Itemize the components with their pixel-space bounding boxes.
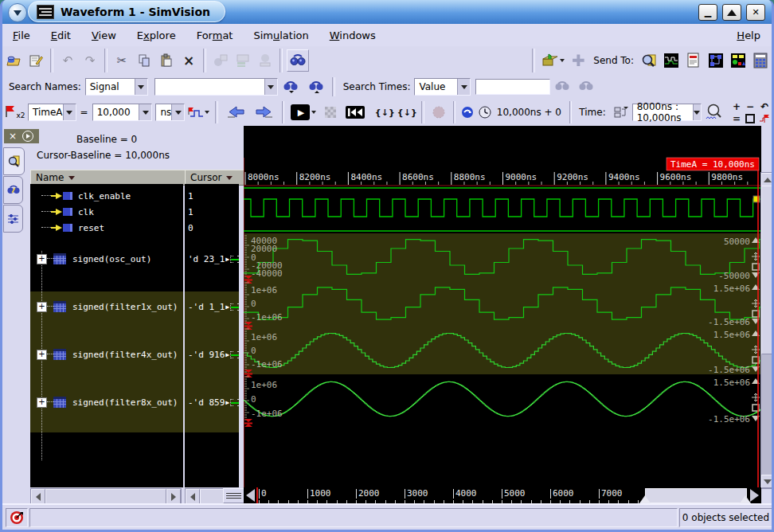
vscroll-thumb[interactable]: [761, 186, 773, 354]
undo-button[interactable]: ↶: [57, 50, 78, 71]
overview-range-thumb[interactable]: [645, 488, 747, 503]
name-column-header[interactable]: Name: [30, 170, 188, 186]
cursor-time-combo[interactable]: 10,000: [92, 104, 153, 121]
search-names-combo[interactable]: [154, 78, 278, 96]
pause-button[interactable]: [320, 102, 341, 123]
expand-button[interactable]: +: [37, 397, 47, 408]
cursor-column-header[interactable]: Cursor: [185, 170, 244, 186]
close-button[interactable]: ✕: [746, 4, 765, 21]
send-to-source-button[interactable]: [683, 50, 704, 71]
search-names-next-button[interactable]: [304, 76, 328, 97]
target-indicator[interactable]: [6, 508, 28, 527]
cut-button[interactable]: ✂: [111, 50, 132, 71]
group-signals-button[interactable]: [233, 50, 253, 71]
stop-button[interactable]: [428, 102, 449, 123]
minimize-button[interactable]: ▁: [698, 4, 717, 21]
send-to-browser-button[interactable]: [639, 50, 659, 71]
scroll-right-button[interactable]: [166, 489, 181, 504]
add-window-button[interactable]: ✚: [568, 50, 588, 71]
name-list-hscrollbar[interactable]: [30, 488, 182, 503]
delete-button[interactable]: ×: [178, 50, 199, 71]
menu-edit[interactable]: Edit: [41, 26, 81, 45]
time-range-combo[interactable]: 8000ns : 10,000ns: [632, 104, 702, 121]
zoom-tool-button[interactable]: [702, 102, 726, 123]
hscroll-thumb[interactable]: [45, 489, 166, 504]
signal-row-signed(osc_out)[interactable]: +signed(osc_out): [30, 251, 183, 267]
time-unit-select[interactable]: ns: [155, 104, 185, 121]
expand-button[interactable]: +: [37, 302, 47, 312]
range-handle-right[interactable]: [740, 495, 751, 503]
zoom-area-button[interactable]: [744, 113, 756, 124]
zoom-cursor-button[interactable]: [757, 113, 772, 124]
search-toggle-button[interactable]: [287, 49, 309, 72]
send-to-calculator-button[interactable]: [750, 50, 771, 71]
waveform-vscrollbar[interactable]: [760, 172, 774, 489]
search-names-mode-select[interactable]: Signal: [85, 78, 148, 96]
search-times-next-button[interactable]: [575, 76, 597, 97]
sidetab-browser[interactable]: [3, 147, 25, 175]
sidetab-search[interactable]: [3, 176, 23, 204]
send-to-waveform-button[interactable]: [661, 50, 682, 71]
range-link-button[interactable]: [611, 102, 631, 123]
maximize-button[interactable]: [722, 4, 741, 21]
signal-row-clk[interactable]: clk: [30, 204, 183, 220]
menu-windows[interactable]: Windows: [319, 26, 386, 45]
menu-format[interactable]: Format: [186, 26, 244, 45]
menu-file[interactable]: File: [2, 26, 41, 45]
scroll-left-button[interactable]: [186, 489, 200, 504]
send-to-register-button[interactable]: [728, 50, 749, 71]
cursor-select[interactable]: TimeA: [28, 104, 76, 121]
signal-row-signed(filter4x_out)[interactable]: +signed(filter4x_out): [30, 346, 183, 362]
search-times-input[interactable]: [475, 79, 550, 95]
copy-button[interactable]: [134, 50, 154, 71]
workspace-button[interactable]: [539, 50, 566, 71]
waveform-canvas[interactable]: 8000ns8200ns8400ns8600ns8800ns9000ns9200…: [244, 126, 761, 487]
send-to-schematic-button[interactable]: [706, 50, 726, 71]
scroll-left-button[interactable]: [31, 489, 45, 504]
search-times-prev-button[interactable]: [551, 76, 573, 97]
signal-row-reset[interactable]: reset: [30, 220, 183, 236]
signal-row-clk_enable[interactable]: clk_enable: [30, 188, 183, 204]
save-database-button[interactable]: [25, 50, 46, 71]
signal-row-signed(filter8x_out)[interactable]: +signed(filter8x_out): [30, 394, 183, 410]
paste-button[interactable]: [156, 50, 177, 71]
window-menu-button[interactable]: [8, 3, 27, 22]
menu-help[interactable]: Help: [725, 26, 772, 45]
cursor-flag-button[interactable]: x2: [3, 102, 27, 123]
prev-edge-button[interactable]: [222, 102, 249, 123]
overview-right-arrow[interactable]: [750, 489, 759, 502]
step-over-button[interactable]: {↓}: [397, 102, 417, 123]
expand-button[interactable]: +: [37, 350, 47, 360]
ungroup-signals-button[interactable]: [255, 50, 276, 71]
signal-row-signed(filter1x_out)[interactable]: +signed(filter1x_out): [30, 299, 183, 315]
expand-sequence-button[interactable]: [210, 50, 231, 71]
zoom-undo-button[interactable]: ↶: [757, 101, 772, 112]
pane-close-icon[interactable]: ×: [9, 131, 17, 142]
list-view-button[interactable]: [223, 488, 244, 503]
scroll-down-button[interactable]: [761, 475, 773, 488]
search-names-prev-button[interactable]: [279, 76, 303, 97]
menu-simulation[interactable]: Simulation: [243, 26, 319, 45]
edge-mode-button[interactable]: [186, 102, 211, 123]
menu-explore[interactable]: Explore: [127, 26, 186, 45]
zoom-in-button[interactable]: +: [730, 101, 743, 112]
hscroll-thumb[interactable]: [200, 489, 225, 504]
scroll-up-button[interactable]: [761, 173, 773, 186]
pane-play-icon[interactable]: [22, 131, 33, 142]
search-times-mode-select[interactable]: Value: [414, 78, 471, 96]
step-in-button[interactable]: {↓}: [374, 102, 395, 123]
overview-left-arrow[interactable]: [246, 489, 255, 502]
sidetab-signals[interactable]: [3, 205, 23, 233]
redo-button[interactable]: ↷: [80, 50, 100, 71]
next-edge-button[interactable]: [251, 102, 278, 123]
menu-view[interactable]: View: [81, 26, 127, 45]
run-simulation-button[interactable]: ▶: [288, 102, 319, 123]
open-database-button[interactable]: [3, 50, 24, 71]
range-handle-left[interactable]: [639, 495, 651, 503]
zoom-out-button[interactable]: −: [744, 101, 756, 112]
zoom-fit-button[interactable]: =: [730, 113, 743, 124]
overview-timeline[interactable]: 01000200030004000500060007000: [244, 487, 761, 503]
expand-button[interactable]: +: [37, 254, 47, 264]
reset-to-start-button[interactable]: [342, 102, 368, 123]
time-sync-button[interactable]: [459, 102, 475, 123]
